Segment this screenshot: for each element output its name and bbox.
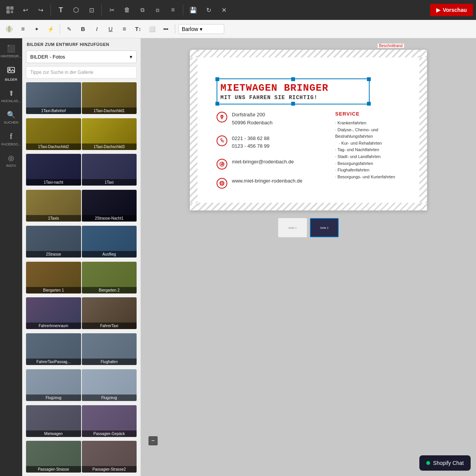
image-label: 1Taxi <box>82 179 137 186</box>
pen-format-btn[interactable]: ✎ <box>63 23 75 35</box>
facebook-icon: f <box>10 132 13 141</box>
close-btn[interactable]: ✕ <box>217 3 231 17</box>
handle-bottom-left[interactable] <box>215 102 219 106</box>
service-list: · Krankenfahrten · Dialyse-, Chemo- und … <box>335 120 412 180</box>
refresh-btn[interactable]: ↻ <box>202 3 215 17</box>
category-dropdown-icon: ▾ <box>130 54 132 60</box>
svg-rect-6 <box>11 11 11 11</box>
color-format-btn[interactable] <box>3 23 15 35</box>
image-thumb-ausflieg[interactable]: Ausflieg <box>82 226 137 258</box>
align-format-btn[interactable]: ≡ <box>17 23 29 35</box>
page-thumbnails: Seite 1 Seite 2 <box>278 218 339 237</box>
contact-row-email: miet-bringer@rodenbach.de <box>217 158 339 170</box>
gallery-search[interactable]: Tippe zur Suche in der Gallerie <box>26 66 137 78</box>
service-item-1: · Krankenfahrten <box>335 120 412 127</box>
font-selector[interactable]: Barlow ▾ <box>178 24 224 34</box>
copy-btn[interactable]: ⧉ <box>135 3 149 17</box>
image-thumb-fahrertaxi[interactable]: FahrerTaxi <box>82 297 137 329</box>
handle-top-right[interactable] <box>367 77 371 81</box>
image-thumb-1taxi[interactable]: 1Taxi <box>82 154 137 186</box>
crop-btn[interactable]: ⊡ <box>85 3 98 17</box>
selected-textbox[interactable]: MIETWAGEN BRINGER MIT UNS FAHREN SIE RIC… <box>217 78 370 104</box>
preview-button[interactable]: ▶ Vorschau <box>430 4 473 16</box>
image-label: Biergarten 2 <box>82 287 137 293</box>
sidebar-label-search: SUCHEN <box>4 121 18 124</box>
image-thumb-flugzeug1[interactable]: Flugzeug <box>26 369 81 401</box>
sidebar-label-upload: HOCHLAD... <box>1 99 21 103</box>
sidebar-item-instagram[interactable]: ◎ INSTA <box>2 151 21 171</box>
svg-rect-10 <box>11 11 12 12</box>
main-area: ⬛ HINTERGR... BILDER ⬆ HOCHLAD... 🔍 SUCH… <box>0 38 476 476</box>
qr-code-btn[interactable] <box>3 3 17 17</box>
image-thumb-1taxi-dachschild3[interactable]: 1Taxi-Dachschild3 <box>82 118 137 150</box>
sidebar-label-images: BILDER <box>5 78 18 82</box>
image-label: 1Taxi-Dachschild1 <box>82 108 137 114</box>
underline-format-btn[interactable]: U <box>104 23 117 35</box>
second-toolbar: ≡ ✦ ⚡ ✎ B I U ≡ T↕ ⬜ ••• Barlow ▾ <box>0 20 476 38</box>
more-format-btn[interactable]: ••• <box>160 23 172 35</box>
image-thumb-fahrerinnenraum[interactable]: FahrerInnenraum <box>26 297 81 329</box>
thumbnail-page1[interactable]: Seite 1 <box>278 218 307 237</box>
zoom-out-btn[interactable]: − <box>148 436 158 445</box>
image-thumb-1taxi-bahnhof[interactable]: 1Taxi-Bahnhof <box>26 82 81 114</box>
sidebar-item-images[interactable]: BILDER <box>2 63 21 85</box>
image-label: Ausflieg <box>82 251 137 258</box>
arrange-btn[interactable]: ⧈ <box>151 3 165 17</box>
delete-btn[interactable]: 🗑 <box>120 3 134 17</box>
category-select[interactable]: BILDER - Fotos ▾ <box>26 51 137 63</box>
design-canvas: Beschnittrand MIETWAGEN BRINGER MIT UNS … <box>190 50 427 210</box>
save-btn[interactable]: 💾 <box>186 3 200 17</box>
image-thumb-fahrertaxipassag[interactable]: FahrerTaxiPassag... <box>26 333 81 365</box>
image-thumb-1taxi-nacht[interactable]: 1Taxi-nacht <box>26 154 81 186</box>
justify-format-btn[interactable]: ≡ <box>118 23 130 35</box>
image-thumb-1taxi-dachschild2[interactable]: 1Taxi-Dachschild2 <box>26 118 81 150</box>
contact-section: Dorfstraße 200 50996 Rodenbach 0221 - 36 <box>217 111 339 196</box>
contact-phone: 0221 - 368 62 88 0123 - 456 78 99 <box>232 135 269 151</box>
handle-bottom-middle[interactable] <box>291 102 295 106</box>
redo-btn[interactable]: ↪ <box>34 3 47 17</box>
undo-btn[interactable]: ↩ <box>18 3 32 17</box>
cut-btn[interactable]: ✂ <box>105 3 119 17</box>
image-thumb-2strasse-nacht[interactable]: 2Strasse-Nacht1 <box>82 190 137 222</box>
handle-top-middle[interactable] <box>291 77 295 81</box>
svg-rect-3 <box>11 8 12 8</box>
image-thumb-flugzeug2[interactable]: Flugzeug <box>82 369 137 401</box>
sidebar-item-upload[interactable]: ⬆ HOCHLAD... <box>2 86 21 106</box>
sidebar-item-facebook[interactable]: f FACEBOO... <box>2 129 21 149</box>
effects-format-btn[interactable]: ✦ <box>31 23 43 35</box>
handle-bottom-right[interactable] <box>367 102 371 106</box>
frame-format-btn[interactable]: ⬜ <box>146 23 158 35</box>
lightning-format-btn[interactable]: ⚡ <box>44 23 57 35</box>
image-thumb-biergarten2[interactable]: Biergarten 2 <box>82 262 137 293</box>
image-label: 2Strasse <box>26 251 81 258</box>
separator-1 <box>51 5 51 15</box>
image-label: 1Taxis <box>26 215 81 222</box>
image-thumb-biergarten1[interactable]: Biergarten 1 <box>26 262 81 293</box>
sidebar-item-background[interactable]: ⬛ HINTERGR... <box>2 41 21 61</box>
format-sep-2 <box>175 24 175 34</box>
shape-btn[interactable]: ⬡ <box>69 3 83 17</box>
sidebar-item-search[interactable]: 🔍 SUCHEN <box>2 108 21 127</box>
image-thumb-flughafen[interactable]: Flughafen <box>82 333 137 365</box>
image-thumb-mietwagen[interactable]: Mietwagen <box>26 405 81 437</box>
italic-format-btn[interactable]: I <box>91 23 103 35</box>
service-item-2: · Dialyse-, Chemo- und Bestrahlungsfahrt… <box>335 127 412 140</box>
image-label: Passagier-Strasse2 <box>82 466 137 473</box>
image-thumb-passagier-strasse2[interactable]: Passagier-Strasse2 <box>82 441 137 473</box>
image-thumb-2strasse[interactable]: 2Strasse <box>26 226 81 258</box>
handle-top-left[interactable] <box>215 77 219 81</box>
image-thumb-1taxi-dachschild1[interactable]: 1Taxi-Dachschild1 <box>82 82 137 114</box>
svg-rect-1 <box>8 8 8 8</box>
textalign-format-btn[interactable]: T↕ <box>132 23 144 35</box>
canvas-area[interactable]: Beschnittrand MIETWAGEN BRINGER MIT UNS … <box>141 38 476 476</box>
chat-button[interactable]: Shopify Chat <box>419 455 471 471</box>
bold-format-btn[interactable]: B <box>77 23 89 35</box>
image-thumb-passagier-strasse[interactable]: Passagier-Strasse <box>26 441 81 473</box>
image-label: Passagier-Strasse <box>26 466 81 473</box>
text-btn[interactable]: T <box>54 3 68 17</box>
image-thumb-passagier-gepack[interactable]: Passagier-Gepäck <box>82 405 137 437</box>
layers-btn[interactable]: ≡ <box>166 3 180 17</box>
service-title: SERVICE <box>335 111 412 117</box>
image-thumb-1taxis[interactable]: 1Taxis <box>26 190 81 222</box>
thumbnail-page2[interactable]: Seite 2 <box>310 218 339 237</box>
